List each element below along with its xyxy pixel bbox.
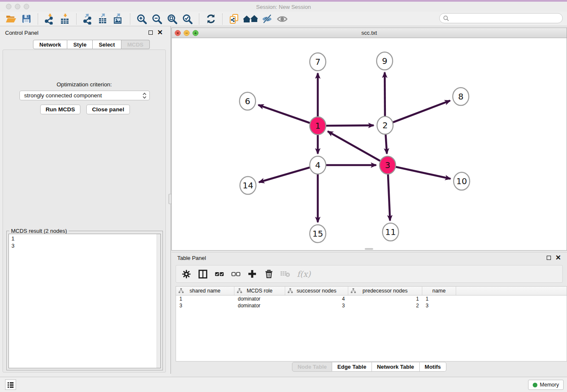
graph-edge-3-1[interactable]	[328, 131, 388, 165]
tab-style[interactable]: Style	[67, 40, 93, 49]
column-header-name[interactable]: name	[422, 287, 456, 295]
search-icon	[443, 15, 449, 22]
mcds-result-title: MCDS result (2 nodes)	[9, 228, 69, 234]
split-panel-button[interactable]	[198, 269, 208, 279]
minimize-window-button[interactable]	[15, 4, 20, 9]
canvas-scroll-thumb[interactable]	[365, 248, 373, 250]
trash-icon	[264, 269, 273, 279]
import-table-button[interactable]	[58, 13, 71, 25]
import-network-icon	[44, 14, 55, 25]
checked-boxes-icon	[215, 270, 224, 279]
optimization-criterion-select[interactable]: strongly connected component	[19, 91, 150, 100]
cell-successor-nodes: 3	[285, 302, 348, 309]
zoom-out-button[interactable]	[151, 13, 163, 25]
clone-network-icon	[228, 14, 239, 25]
cell-predecessor-nodes: 1	[348, 295, 422, 302]
export-table-icon	[98, 14, 109, 25]
column-header-mcds-role[interactable]: MCDS role	[234, 287, 285, 295]
close-panel-button[interactable]: Close panel	[86, 105, 130, 114]
hide-panel-button[interactable]	[261, 13, 273, 25]
node-table[interactable]: shared name MCDS role successor nodes	[176, 286, 567, 362]
network-close-button[interactable]: ×	[175, 30, 181, 36]
export-network-button[interactable]	[82, 13, 94, 25]
result-scrollbar[interactable]	[157, 234, 160, 368]
delete-column-button[interactable]	[264, 269, 274, 279]
close-panel-icon[interactable]: ✕	[157, 30, 163, 35]
table-row[interactable]: 1 dominator 4 1 1	[176, 295, 567, 302]
graph-edge-3-10[interactable]	[388, 165, 451, 179]
table-panel-header: Table Panel ✕	[171, 252, 567, 263]
network-maximize-button[interactable]: +	[193, 30, 198, 36]
export-table-button[interactable]	[97, 13, 110, 25]
table-settings-button[interactable]	[181, 269, 191, 279]
graph-node-label-2: 2	[383, 120, 388, 130]
search-input[interactable]	[449, 15, 562, 22]
show-panel-button[interactable]	[276, 13, 289, 25]
float-panel-icon[interactable]	[547, 256, 551, 260]
tab-network[interactable]: Network	[33, 40, 67, 49]
export-image-button[interactable]	[112, 13, 125, 25]
home-button[interactable]	[243, 13, 258, 25]
zoom-in-button[interactable]	[135, 13, 148, 25]
zoom-window-button[interactable]	[24, 4, 29, 9]
control-panel-header: Control Panel ✕	[0, 26, 168, 39]
search-box[interactable]	[439, 13, 563, 23]
column-label: shared name	[190, 288, 220, 294]
column-header-shared-name[interactable]: shared name	[176, 287, 234, 295]
network-minimize-button[interactable]: −	[184, 30, 190, 36]
tab-network-table[interactable]: Network Table	[372, 362, 420, 372]
network-graph: 7968124314101511	[172, 38, 567, 250]
toolbar-separator	[76, 14, 77, 25]
column-header-successor-nodes[interactable]: successor nodes	[285, 287, 348, 295]
zoom-fit-button[interactable]	[166, 13, 179, 25]
tab-motifs[interactable]: Motifs	[420, 362, 446, 372]
open-folder-icon	[6, 14, 17, 25]
graph-node-label-3: 3	[385, 160, 391, 170]
gear-icon	[182, 270, 191, 279]
select-all-columns-button[interactable]	[214, 269, 224, 279]
import-network-button[interactable]	[43, 13, 56, 25]
tab-node-table[interactable]: Node Table	[292, 362, 332, 372]
network-window-titlebar[interactable]: × − + scc.txt	[172, 28, 567, 38]
result-line: 1	[11, 235, 160, 242]
stepper-arrows-icon	[142, 92, 147, 99]
task-history-button[interactable]	[5, 379, 16, 390]
graph-node-label-14: 14	[242, 180, 253, 190]
apply-function-button[interactable]: f(x)	[297, 269, 311, 279]
toolbar-separator	[130, 14, 130, 25]
split-panel-icon	[198, 270, 207, 279]
refresh-layout-button[interactable]	[204, 13, 217, 25]
graph-node-label-15: 15	[312, 229, 323, 239]
deselect-all-columns-button[interactable]	[231, 269, 241, 279]
mcds-result-text[interactable]: 1 3	[8, 234, 161, 368]
run-mcds-button[interactable]: Run MCDS	[40, 105, 80, 114]
graph-edge-1-6[interactable]	[258, 105, 318, 126]
column-label: predecessor nodes	[363, 288, 407, 294]
graph-node-label-8: 8	[458, 91, 464, 102]
result-line: 3	[11, 242, 160, 249]
table-panel: Table Panel ✕	[171, 252, 567, 377]
column-label: successor nodes	[297, 288, 336, 294]
tab-select[interactable]: Select	[93, 40, 121, 49]
network-canvas[interactable]: 7968124314101511	[172, 38, 567, 250]
add-column-button[interactable]	[247, 269, 257, 279]
graph-edge-4-14[interactable]	[259, 165, 318, 182]
open-session-button[interactable]	[5, 13, 17, 25]
delete-table-button[interactable]	[280, 269, 290, 279]
save-session-button[interactable]	[20, 13, 33, 25]
close-window-button[interactable]	[6, 4, 11, 9]
window-controls	[6, 4, 29, 9]
close-panel-icon[interactable]: ✕	[556, 256, 561, 260]
float-panel-icon[interactable]	[149, 30, 153, 35]
zoom-selected-button[interactable]	[181, 13, 194, 25]
table-row[interactable]: 3 dominator 3 2 3	[176, 302, 567, 309]
graph-edge-2-8[interactable]	[385, 101, 450, 125]
column-header-predecessor-nodes[interactable]: predecessor nodes	[348, 287, 422, 295]
clone-network-button[interactable]	[228, 13, 240, 25]
tab-edge-table[interactable]: Edge Table	[332, 362, 372, 372]
memory-button[interactable]: Memory	[528, 380, 564, 390]
tab-mcds[interactable]: MCDS	[121, 40, 150, 49]
export-network-icon	[83, 14, 94, 25]
zoom-out-icon	[151, 14, 162, 25]
column-type-icon	[237, 288, 242, 293]
